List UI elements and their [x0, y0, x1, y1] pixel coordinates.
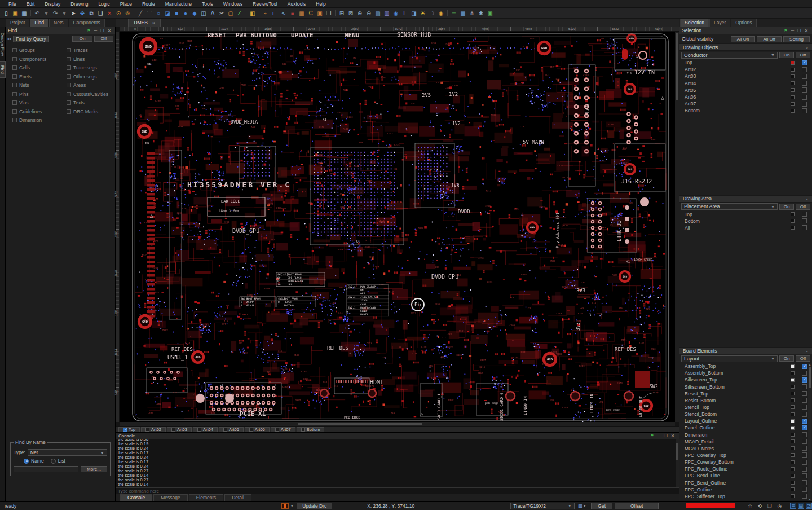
- visibility-checkbox[interactable]: [802, 467, 807, 472]
- shove-icon[interactable]: ⊏: [270, 9, 279, 17]
- delete-icon[interactable]: ✕: [105, 9, 114, 17]
- vertical-scrollbar[interactable]: [675, 32, 679, 422]
- find-option-texts[interactable]: Texts: [67, 100, 113, 105]
- find-option-dimension[interactable]: Dimension: [12, 117, 67, 123]
- placement-area-select[interactable]: Placement Area▼: [681, 203, 778, 210]
- visibility-checkbox[interactable]: [802, 446, 807, 451]
- color-swatch[interactable]: [791, 68, 795, 72]
- find-option-guidelines[interactable]: Guidelines: [12, 109, 67, 115]
- checkbox[interactable]: [12, 57, 17, 61]
- command-input[interactable]: Type command here: [116, 487, 679, 494]
- menu-auxtools[interactable]: Auxtools: [283, 1, 311, 7]
- group-icon[interactable]: ◧: [248, 9, 257, 17]
- layer-row-fpc_coverlay_bottom[interactable]: FPC_Coverlay_Bottom: [679, 459, 812, 465]
- redo-more-icon[interactable]: ▾: [60, 9, 69, 17]
- find-option-vias[interactable]: Vias: [12, 100, 67, 105]
- offset-button[interactable]: Offset: [615, 503, 659, 509]
- horizontal-scrollbar[interactable]: [120, 422, 675, 426]
- layer-chip-art07[interactable]: Art07: [271, 427, 295, 432]
- visibility-checkbox[interactable]: [802, 419, 807, 424]
- pad-icon[interactable]: ▢: [226, 9, 235, 17]
- layer-row-fpc_bend_line[interactable]: FPC_Bend_Line: [679, 472, 812, 479]
- status-icon[interactable]: ◷: [778, 503, 782, 509]
- console-tab-detail[interactable]: Detail: [224, 494, 251, 501]
- menu-place[interactable]: Place: [115, 1, 137, 7]
- minimize-icon[interactable]: ─: [92, 28, 99, 33]
- layer-row-fpc_route_outline[interactable]: FPC_Route_Outline: [679, 465, 812, 472]
- console-tab-message[interactable]: Message: [153, 494, 188, 501]
- visibility-checkbox[interactable]: [802, 377, 807, 383]
- color-swatch[interactable]: [791, 453, 795, 457]
- visibility-checkbox[interactable]: [802, 432, 807, 437]
- drc-icon[interactable]: [281, 503, 289, 509]
- matrix-icon[interactable]: ▦: [297, 9, 306, 17]
- layer-row-fpc_bend_outline[interactable]: FPC_Bend_Outline: [679, 479, 812, 486]
- selection-close-icon[interactable]: ✕: [803, 28, 810, 33]
- menu-drawing[interactable]: Drawing: [65, 1, 93, 7]
- checkbox[interactable]: [67, 48, 71, 52]
- console-scrollbar[interactable]: [676, 439, 679, 487]
- tab-find[interactable]: Find: [30, 19, 48, 27]
- console-tab-console[interactable]: Console: [120, 494, 152, 501]
- status-icon[interactable]: ⟲: [758, 503, 762, 509]
- layer-row-silkscreen_top[interactable]: Silkscreen_Top: [679, 376, 812, 383]
- layers-icon[interactable]: ≡: [288, 9, 297, 17]
- layer-row-top[interactable]: Top: [679, 59, 812, 66]
- tab-options[interactable]: Options: [731, 19, 756, 27]
- selection-minimize-icon[interactable]: ─: [789, 28, 796, 33]
- color-swatch[interactable]: [791, 439, 795, 443]
- layer-row-art04[interactable]: Art04: [679, 80, 812, 87]
- visibility-checkbox[interactable]: [802, 102, 807, 107]
- visibility-checkbox[interactable]: [802, 425, 807, 430]
- console-log[interactable]: the scale is 0.38the scale is 0.19the sc…: [116, 439, 679, 487]
- layer-row-stencil_bottom[interactable]: Stencil_Bottom: [679, 411, 812, 417]
- text-icon[interactable]: A: [208, 9, 217, 17]
- find-option-other-segs[interactable]: Other segs: [67, 74, 113, 80]
- get-button[interactable]: Get: [591, 503, 612, 509]
- color-swatch[interactable]: [791, 412, 795, 416]
- copy-icon[interactable]: ⧉: [87, 9, 96, 17]
- panel-icon[interactable]: ❐: [324, 9, 333, 17]
- find-option-nets[interactable]: Nets: [12, 82, 67, 88]
- pcb-canvas[interactable]: [120, 32, 675, 422]
- corner-icon[interactable]: L: [400, 9, 409, 17]
- console-restore-icon[interactable]: ❐: [662, 433, 669, 438]
- section-on-button[interactable]: On: [779, 355, 794, 362]
- menu-help[interactable]: Help: [311, 1, 330, 7]
- find-option-trace-segs[interactable]: Trace segs: [67, 65, 113, 71]
- save-file-icon[interactable]: ▦: [20, 9, 29, 17]
- checkbox[interactable]: [12, 92, 17, 96]
- tab-layer[interactable]: Layer: [709, 19, 730, 27]
- paste-icon[interactable]: ❏: [96, 9, 105, 17]
- layer-row-art06[interactable]: Art06: [679, 94, 812, 100]
- color-swatch[interactable]: [791, 487, 795, 491]
- visibility-checkbox[interactable]: [802, 371, 807, 376]
- layer-row-stencil_top[interactable]: Stencil_Top: [679, 404, 812, 411]
- visibility-checkbox[interactable]: [802, 452, 807, 458]
- update-drc-button[interactable]: Update Drc: [297, 503, 332, 509]
- find-option-pins[interactable]: Pins: [12, 91, 67, 97]
- layer-row-fpc_coverlay_top[interactable]: FPC_Coverlay_Top: [679, 452, 812, 459]
- drc-chevron-icon[interactable]: ▼: [290, 504, 294, 508]
- layer-row-silkscreen_bottom[interactable]: Silkscreen_Bottom: [679, 383, 812, 390]
- query-on-button[interactable]: On: [72, 36, 92, 42]
- layer-row-assembly_bottom[interactable]: Assembly_Bottom: [679, 370, 812, 376]
- console-tab-elements[interactable]: Elements: [189, 494, 223, 501]
- selection-restore-icon[interactable]: ❐: [796, 28, 803, 33]
- color-swatch[interactable]: [791, 385, 795, 389]
- section-off-button[interactable]: Off: [796, 52, 810, 58]
- all-on-button[interactable]: All On: [731, 36, 756, 42]
- arc-icon[interactable]: ⌒: [145, 9, 154, 17]
- menu-tools[interactable]: Tools: [197, 1, 218, 7]
- color-swatch[interactable]: [791, 109, 795, 113]
- menu-manufacture[interactable]: Manufacture: [160, 1, 197, 7]
- redo-icon[interactable]: ↷: [51, 9, 60, 17]
- color-swatch[interactable]: [791, 481, 795, 485]
- checkbox[interactable]: [12, 83, 17, 87]
- layer-row-top[interactable]: Top: [679, 211, 812, 218]
- cut-icon[interactable]: ✂: [217, 9, 226, 17]
- color-swatch[interactable]: [791, 494, 795, 498]
- stack-icon[interactable]: ≣: [449, 9, 458, 17]
- layer-row-mcad_detail[interactable]: MCAD_Detail: [679, 438, 812, 445]
- color-swatch[interactable]: [791, 226, 795, 230]
